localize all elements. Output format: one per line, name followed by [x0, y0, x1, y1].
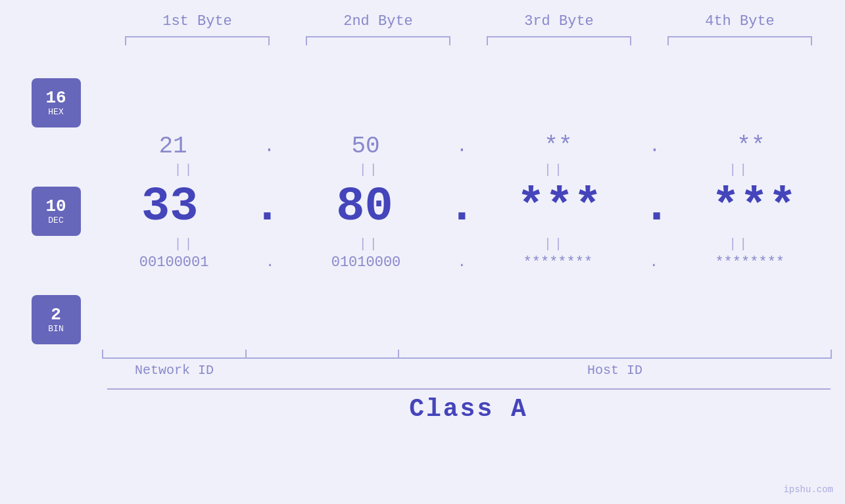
dec-b4-value: ***	[712, 180, 797, 234]
badges-column: 16 HEX 10 DEC 2 BIN	[0, 58, 92, 344]
dec-b4-cell: ***	[682, 180, 827, 234]
dec-dot1: .	[253, 180, 281, 234]
host-bracket	[398, 350, 832, 359]
dec-row: 33 . 80 . *** . ***	[92, 180, 832, 234]
pipe-1c: ||	[482, 162, 627, 177]
main-container: 1st Byte 2nd Byte 3rd Byte 4th Byte 16 H…	[0, 0, 845, 504]
hex-b4-value: **	[736, 133, 765, 160]
bin-b1-cell: 00100001	[102, 254, 247, 271]
dec-b2-cell: 80	[292, 180, 437, 234]
bin-b1-value: 00100001	[139, 254, 209, 271]
bin-row: 00100001 . 01010000 . ******** . *******…	[92, 254, 832, 271]
class-footer-line	[107, 388, 831, 390]
bottom-bracket-area	[0, 350, 845, 359]
dec-b3-cell: ***	[487, 180, 632, 234]
watermark: ipshu.com	[783, 484, 833, 495]
hex-badge-label: HEX	[48, 108, 63, 117]
bin-b2-value: 01010000	[331, 254, 401, 271]
hex-row: 21 . 50 . ** . **	[92, 133, 832, 160]
byte2-header: 2nd Byte	[306, 13, 450, 30]
dec-badge: 10 DEC	[32, 187, 81, 236]
hex-dot3: .	[649, 136, 660, 156]
dec-dot2: .	[448, 180, 476, 234]
hex-b3-cell: **	[486, 133, 631, 160]
bin-b3-value: ********	[523, 254, 593, 271]
pipe-row-2: || || || ||	[92, 237, 832, 252]
bin-b3-cell: ********	[485, 254, 630, 271]
hex-b4-cell: **	[679, 133, 823, 160]
byte-headers: 1st Byte 2nd Byte 3rd Byte 4th Byte	[107, 13, 831, 30]
id-labels: Network ID Host ID	[0, 363, 845, 378]
class-label: Class A	[107, 395, 831, 423]
values-grid: 21 . 50 . ** . ** || || || ||	[92, 133, 845, 271]
bin-b4-value: ********	[715, 254, 785, 271]
hex-dot1: .	[264, 136, 275, 156]
top-brackets	[107, 36, 831, 45]
network-id-label: Network ID	[102, 363, 247, 378]
hex-dot2: .	[456, 136, 468, 156]
hex-b3-value: **	[544, 133, 572, 160]
bin-badge-label: BIN	[48, 325, 63, 334]
byte3-header: 3rd Byte	[487, 13, 631, 30]
dec-badge-label: DEC	[48, 216, 63, 225]
hex-b1-cell: 21	[101, 133, 245, 160]
bin-b2-cell: 01010000	[294, 254, 439, 271]
pipe-row-1: || || || ||	[92, 162, 832, 177]
host-id-label: Host ID	[398, 363, 832, 378]
pipe-2b: ||	[297, 237, 442, 252]
dec-b2-value: 80	[336, 180, 393, 234]
class-footer: Class A	[107, 388, 831, 423]
hex-b1-value: 21	[158, 133, 187, 160]
pipe-1a: ||	[112, 162, 257, 177]
label-spacer	[247, 363, 398, 378]
bracket-4	[667, 36, 812, 45]
bin-badge: 2 BIN	[32, 295, 81, 344]
host-bracket-line-left	[247, 350, 398, 359]
dec-b1-value: 33	[141, 180, 198, 234]
pipe-2a: ||	[112, 237, 257, 252]
pipe-1b: ||	[297, 162, 442, 177]
hex-badge-number: 16	[45, 89, 66, 108]
hex-b2-cell: 50	[293, 133, 438, 160]
hex-badge: 16 HEX	[32, 78, 81, 127]
pipe-2d: ||	[667, 237, 811, 252]
dec-b3-value: ***	[517, 180, 602, 234]
byte4-header: 4th Byte	[667, 13, 812, 30]
byte1-header: 1st Byte	[125, 13, 270, 30]
bin-dot3: .	[650, 254, 658, 271]
bin-badge-number: 2	[51, 306, 61, 325]
bracket-1	[125, 36, 270, 45]
dec-badge-number: 10	[45, 197, 66, 216]
pipe-1d: ||	[667, 162, 811, 177]
hex-b2-value: 50	[351, 133, 379, 160]
bin-dot1: .	[266, 254, 274, 271]
dec-b1-cell: 33	[97, 180, 242, 234]
bracket-3	[487, 36, 631, 45]
network-bracket	[102, 350, 247, 359]
pipe-2c: ||	[482, 237, 627, 252]
bin-b4-cell: ********	[677, 254, 822, 271]
bin-dot2: .	[458, 254, 466, 271]
dec-dot3: .	[642, 180, 671, 234]
bracket-2	[306, 36, 450, 45]
